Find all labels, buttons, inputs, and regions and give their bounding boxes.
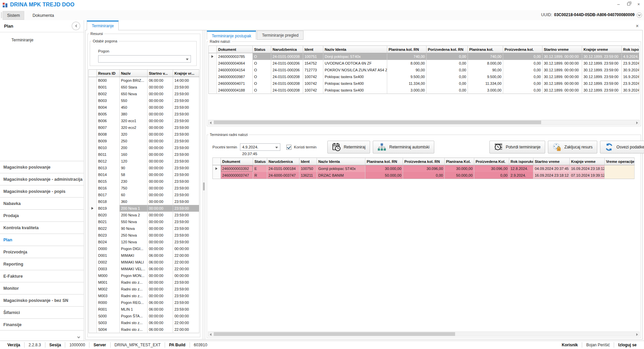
scroll-left-icon[interactable]	[210, 333, 211, 336]
table-row[interactable]: 2460000003392E24-0101-000184100750Gornji…	[213, 165, 635, 172]
table-row[interactable]: S003Radni sto z...06:00:0022:00:00	[89, 319, 199, 326]
cell[interactable]: 00:00:00	[148, 97, 173, 104]
table-row[interactable]: B01116000:00:0023:59:00	[89, 151, 199, 158]
cell[interactable]: 11.334,00	[387, 80, 427, 87]
table-row[interactable]: 2460000004188O24-0101-000208100742Poklop…	[209, 87, 639, 94]
cell[interactable]: 00:00:00	[148, 165, 173, 171]
table-row[interactable]: D003MIMAKI VEL...06:00:0022:00:00	[89, 266, 199, 272]
cell[interactable]: 2.9.2024.	[509, 172, 533, 179]
cell[interactable]: 16.09.2024 23:18:12	[533, 172, 570, 179]
cell[interactable]: POKROV NOSILCA ZUN.VRAT A54 ZG.	[323, 67, 387, 73]
cell[interactable]: 2460000004154	[217, 67, 253, 73]
column-header[interactable]: Narudzbenica	[267, 158, 299, 165]
cell[interactable]: 24-0101-000208	[271, 80, 303, 87]
sidebar-section-magacinsko-poslovanje[interactable]: Magacinsko poslovanje	[0, 161, 84, 173]
sidebar-section-monitor[interactable]: Monitor	[0, 282, 84, 294]
cell[interactable]: MIMAKI	[120, 252, 148, 259]
cell[interactable]: B017	[97, 191, 120, 198]
cell[interactable]: O	[253, 67, 271, 73]
table-row[interactable]: 2460000003747R24-6000-003747136211DRZAC …	[213, 172, 635, 179]
cell[interactable]: E	[253, 165, 267, 172]
table-row[interactable]: B0176000:00:0023:59:00	[89, 191, 199, 198]
cell[interactable]: 90 Nova	[120, 225, 148, 232]
cell[interactable]: 8.000,00	[468, 60, 503, 67]
cell[interactable]: B016	[97, 185, 120, 191]
table-row[interactable]: R001MLIN 106:00:0023:59:00	[89, 306, 199, 313]
cell[interactable]: 100742	[303, 73, 323, 80]
cell[interactable]: 0,00	[503, 87, 542, 94]
pocetni-termin-select[interactable]: 4.9.2024. 20:37:45	[240, 143, 280, 151]
table-row[interactable]: D001MIMAKI06:00:0022:00:00	[89, 252, 199, 259]
sidebar-section-magacinsko-poslovanje-bez-sn[interactable]: Magacinsko poslovanje - bez SN	[0, 294, 84, 306]
cell[interactable]: 30.000,00	[445, 165, 474, 172]
cell[interactable]: 740,00	[387, 53, 427, 60]
cell[interactable]: 0,00	[427, 80, 468, 87]
cell[interactable]: 23:59:00	[173, 178, 199, 185]
cell[interactable]: 00:00:00	[148, 239, 173, 245]
cell[interactable]: 320	[120, 131, 148, 138]
cell[interactable]: 250	[120, 138, 148, 144]
cell[interactable]: 30.12.1899. 23:59:00	[582, 80, 622, 87]
sidebar-section-prodaja[interactable]: Prodaja	[0, 209, 84, 221]
cell[interactable]: 30.12.1899. 23:59:00	[582, 87, 622, 94]
cell[interactable]: 30.096,00	[474, 165, 509, 172]
cell[interactable]: 23:59:00	[173, 286, 199, 292]
cell[interactable]: 2460000003747	[221, 172, 253, 179]
cell[interactable]: B007	[97, 124, 120, 131]
cell[interactable]: 23:59:00	[173, 165, 199, 171]
cell[interactable]: 2460000003785	[217, 53, 253, 60]
cell[interactable]: 24-6000-003747	[267, 172, 299, 179]
cell[interactable]: B014	[97, 171, 120, 178]
cell[interactable]: 23:59:00	[173, 91, 199, 97]
cell[interactable]: 30.12.1899. 00:00:00	[542, 60, 582, 67]
column-header[interactable]: Ident	[299, 158, 317, 165]
column-header[interactable]: Dokument	[221, 158, 253, 165]
cell[interactable]: Poklopac tastera Sx400	[323, 73, 387, 80]
cell[interactable]: B004	[97, 104, 120, 111]
cell[interactable]: 550 Nova	[120, 218, 148, 225]
close-tab-icon[interactable]: ×	[635, 23, 640, 29]
cell[interactable]: 00:00:00	[148, 232, 173, 239]
cell[interactable]: 200 Nova 2	[120, 212, 148, 218]
status-segment[interactable]: Izloguj se	[614, 343, 641, 347]
cell[interactable]: 00:00:00	[148, 286, 173, 292]
cell[interactable]: 23:59:00	[173, 158, 199, 165]
cell[interactable]: B018	[97, 198, 120, 205]
table-row[interactable]: B01523000:00:0023:59:00	[89, 178, 199, 185]
column-header[interactable]: Narudzbenica	[271, 46, 303, 53]
collapse-sidebar-button[interactable]	[72, 22, 80, 30]
cell[interactable]: B023	[97, 232, 120, 239]
cell[interactable]: B022	[97, 225, 120, 232]
cell[interactable]: B009	[97, 138, 120, 144]
table-row[interactable]: B023250 Nova00:00:0023:59:00	[89, 232, 199, 239]
cell[interactable]: R	[253, 172, 267, 179]
table-row[interactable]: B007320 eco200:00:0023:59:00	[89, 124, 199, 131]
cell[interactable]: 23:59:00	[173, 131, 199, 138]
cell[interactable]: 200	[120, 144, 148, 151]
column-header[interactable]: Krajnje vreme	[582, 46, 622, 53]
cell[interactable]: 00:00:00	[148, 171, 173, 178]
cell[interactable]: 23:59:00	[173, 97, 199, 104]
cell[interactable]: 23:59:00	[173, 151, 199, 158]
cell[interactable]: 100751	[303, 53, 323, 60]
cell[interactable]: 23:59:00	[173, 198, 199, 205]
cell[interactable]: Radni sto z...	[120, 279, 148, 286]
scrollbar-thumb[interactable]	[214, 120, 541, 124]
tab-terminiranje-postupak[interactable]: Terminiranje postupak	[207, 31, 256, 40]
table-row[interactable]: B00355000:00:0023:59:00	[89, 97, 199, 104]
sidebar-section-magacinsko-poslovanje-popis[interactable]: Magacinsko poslovanje - popis	[0, 185, 84, 197]
column-header[interactable]: Status	[253, 158, 267, 165]
cell[interactable]: O	[253, 80, 271, 87]
cell[interactable]: 23:59:00	[173, 225, 199, 232]
table-row[interactable]: B002650 Nova00:00:0023:59:00	[89, 91, 199, 97]
cell[interactable]: O	[253, 73, 271, 80]
cell[interactable]: 06:00:00	[148, 259, 173, 266]
cell[interactable]: 120 Nova	[120, 239, 148, 245]
cell[interactable]: B008	[97, 131, 120, 138]
cell[interactable]: 30.12.1899. 23:59:00	[582, 73, 622, 80]
column-header[interactable]: Ident	[303, 46, 323, 53]
table-row[interactable]: B006320 eco100:00:0023:59:00	[89, 117, 199, 124]
cell[interactable]: 00:00:00	[148, 205, 173, 212]
cell[interactable]: 23:59:00	[173, 212, 199, 218]
table-row[interactable]: B00445000:00:0023:59:00	[89, 104, 199, 111]
